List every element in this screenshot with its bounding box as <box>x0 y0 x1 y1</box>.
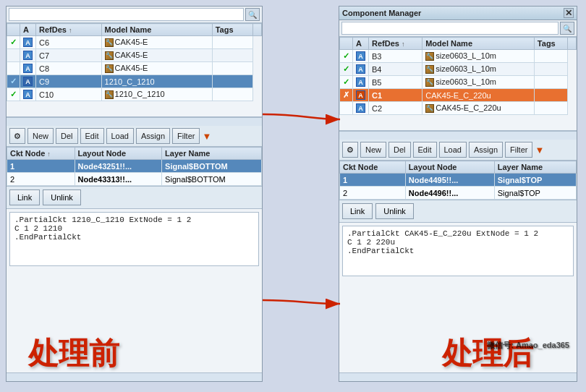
node-row[interactable]: 1 Node4495!!... Signal$TOP <box>340 174 577 187</box>
left-edit-button[interactable]: Edit <box>80 128 104 144</box>
node-row[interactable]: 1 Node43251!!... Signal$BOTTOM <box>7 160 262 173</box>
table-row[interactable]: A C8 🔧CAK45-E <box>7 62 262 75</box>
table-row[interactable]: ✓ A C9 1210_C_1210 <box>7 75 262 88</box>
left-chinese-label: 处理前 <box>28 333 119 374</box>
left-unlink-button[interactable]: Unlink <box>43 189 81 205</box>
right-filter-icon: ▼ <box>535 145 544 155</box>
right-col-a[interactable]: A <box>353 38 369 50</box>
table-row[interactable]: ✓ A B5 🔧size0603_L_10m <box>340 76 577 89</box>
a-icon: A <box>23 77 33 86</box>
left-link-toolbar: Link Unlink <box>7 187 262 209</box>
left-icon-btn1[interactable]: ⚙ <box>9 128 25 144</box>
right-col-check[interactable] <box>340 38 353 50</box>
layername-cell: Signal$BOTTOM <box>162 160 262 173</box>
right-search-button[interactable]: 🔍 <box>560 22 574 35</box>
table-row[interactable]: ✗ A C1 CAK45-E_C_220u <box>340 89 577 102</box>
right-col-refdes[interactable]: RefDes ↑ <box>369 38 422 50</box>
right-search-input[interactable] <box>341 22 559 35</box>
left-assign-button[interactable]: Assign <box>136 128 170 144</box>
left-col-modelname[interactable]: Model Name <box>101 24 212 36</box>
refdes-cell: C8 <box>36 62 102 75</box>
left-bottom-scroll[interactable] <box>7 372 262 381</box>
left-toolbar: ⚙ New Del Edit Load Assign Filter ▼ <box>7 126 262 147</box>
table-row[interactable]: A C7 🔧CAK45-E <box>7 49 262 62</box>
tags-cell <box>534 50 567 63</box>
left-link-button[interactable]: Link <box>9 189 40 205</box>
left-del-button[interactable]: Del <box>56 128 78 144</box>
left-search-input[interactable] <box>9 8 244 21</box>
left-table-hscroll[interactable] <box>7 117 262 126</box>
right-del-button[interactable]: Del <box>388 142 411 158</box>
right-unlink-button[interactable]: Unlink <box>375 203 414 219</box>
left-search-button[interactable]: 🔍 <box>245 8 260 21</box>
model-cell: 🔧size0603_L_10m <box>422 63 535 76</box>
right-col-tags[interactable]: Tags <box>534 38 567 50</box>
left-search-bar: 🔍 <box>7 7 262 23</box>
left-new-button[interactable]: New <box>27 128 54 144</box>
check-icon: ✓ <box>10 38 17 46</box>
table-row[interactable]: A C2 🔧CAK45-E_C_220u <box>340 102 577 115</box>
right-col-modelname[interactable]: Model Name <box>422 38 535 50</box>
check-icon: ✓ <box>10 77 17 85</box>
cktnode-cell: 1 <box>7 160 75 173</box>
model-cell: 🔧CAK45-E <box>101 36 212 49</box>
right-icon-btn1[interactable]: ⚙ <box>342 142 358 158</box>
tags-cell <box>534 89 567 102</box>
left-component-table: A RefDes ↑ Model Name Tags ✓ A C6 🔧CAK45… <box>7 23 262 101</box>
left-col-a[interactable]: A <box>20 24 36 36</box>
tags-cell <box>212 62 252 75</box>
refdes-cell: C1 <box>369 89 422 102</box>
model-cell: 🔧size0603_L_10m <box>422 76 535 89</box>
a-icon: A <box>23 51 33 60</box>
node-row[interactable]: 2 Node4496!!... Signal$TOP <box>340 187 577 200</box>
model-cell: 1210_C_1210 <box>101 75 212 88</box>
tags-cell <box>212 75 252 88</box>
refdes-cell: B4 <box>369 63 422 76</box>
right-new-button[interactable]: New <box>360 142 386 158</box>
node-row[interactable]: 2 Node43313!!... Signal$BOTTOM <box>7 173 262 186</box>
table-row[interactable]: ✓ A B3 🔧size0603_L_10m <box>340 50 577 63</box>
layoutnode-cell: Node4496!!... <box>405 187 494 200</box>
tags-cell <box>212 36 252 49</box>
arrow1 <box>263 114 340 119</box>
refdes-cell: B5 <box>369 76 422 89</box>
left-filter-button[interactable]: Filter <box>172 128 200 144</box>
layername-cell: Signal$TOP <box>494 174 576 187</box>
model-icon: 🔧 <box>425 65 434 74</box>
right-table-hscroll[interactable] <box>339 131 577 140</box>
model-icon: 🔧 <box>105 38 114 47</box>
table-row[interactable]: ✓ A C10 🔧1210_C_1210 <box>7 88 262 101</box>
right-filter-button[interactable]: Filter <box>505 142 532 158</box>
layoutnode-cell: Node43251!!... <box>75 160 162 173</box>
left-node-section: Ckt Node ↑ Layout Node Layer Name 1 Node… <box>7 147 262 187</box>
right-panel: Component Manager ✕ 🔍 A RefDes ↑ Model N… <box>339 6 577 382</box>
right-close-button[interactable]: ✕ <box>564 8 574 18</box>
right-edit-button[interactable]: Edit <box>413 142 437 158</box>
right-node-col-layername[interactable]: Layer Name <box>494 161 576 174</box>
left-load-button[interactable]: Load <box>106 128 134 144</box>
refdes-cell: C7 <box>36 49 102 62</box>
right-node-col-cktnode[interactable]: Ckt Node <box>340 161 406 174</box>
right-load-button[interactable]: Load <box>439 142 467 158</box>
right-component-table-container: A RefDes ↑ Model Name Tags ✓ A B3 🔧size0… <box>339 37 577 131</box>
model-icon: 🔧 <box>105 51 114 60</box>
right-node-table: Ckt Node Layout Node Layer Name 1 Node44… <box>339 161 577 200</box>
left-filter-icon: ▼ <box>202 131 211 142</box>
right-code-line3: .EndPartialCkt <box>347 247 569 255</box>
right-link-button[interactable]: Link <box>342 203 373 219</box>
node-col-layername[interactable]: Layer Name <box>162 148 262 160</box>
left-col-refdes[interactable]: RefDes ↑ <box>36 24 102 36</box>
right-code-area: .PartialCkt CAK45-E_C_220u ExtNode = 1 2… <box>342 226 574 276</box>
refdes-cell: C10 <box>36 88 102 101</box>
node-col-cktnode[interactable]: Ckt Node ↑ <box>7 148 75 160</box>
left-code-area: .PartialCkt 1210_C_1210 ExtNode = 1 2 C … <box>9 212 259 266</box>
right-bottom-scroll[interactable] <box>339 372 577 381</box>
left-col-check[interactable] <box>7 24 20 36</box>
table-row[interactable]: ✓ A B4 🔧size0603_L_10m <box>340 63 577 76</box>
model-cell: CAK45-E_C_220u <box>422 89 535 102</box>
left-col-tags[interactable]: Tags <box>212 24 252 36</box>
right-assign-button[interactable]: Assign <box>469 142 503 158</box>
table-row[interactable]: ✓ A C6 🔧CAK45-E <box>7 36 262 49</box>
node-col-layoutnode[interactable]: Layout Node <box>75 148 162 160</box>
right-node-col-layoutnode[interactable]: Layout Node <box>405 161 494 174</box>
